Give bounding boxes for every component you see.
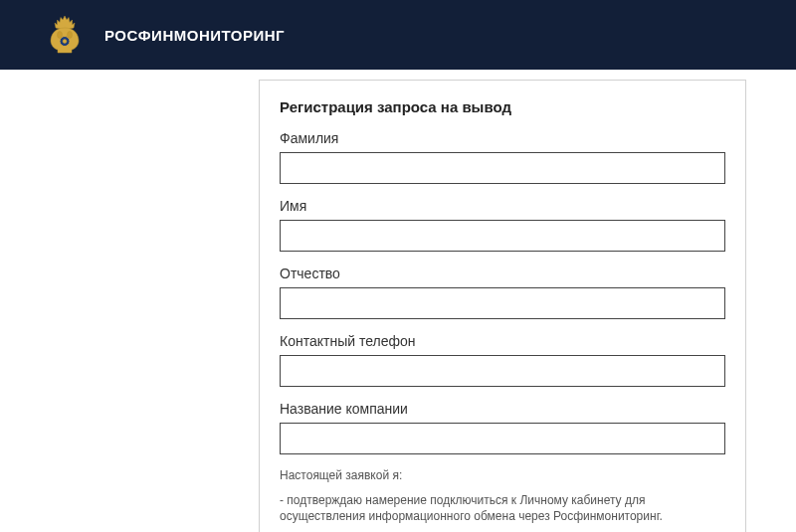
- company-input[interactable]: [280, 423, 725, 454]
- brand-text: РОСФИНМОНИТОРИНГ: [104, 27, 285, 44]
- company-label: Название компании: [280, 401, 725, 417]
- field-name: Имя: [280, 198, 725, 252]
- phone-input[interactable]: [280, 355, 725, 387]
- surname-input[interactable]: [280, 152, 725, 184]
- patronymic-label: Отчество: [280, 266, 725, 281]
- registration-form: Регистрация запроса на вывод Фамилия Имя…: [259, 80, 746, 532]
- name-input[interactable]: [280, 220, 725, 252]
- field-phone: Контактный телефон: [280, 333, 725, 387]
- coat-of-arms-icon: [40, 10, 90, 60]
- svg-point-3: [63, 40, 67, 44]
- header: РОСФИНМОНИТОРИНГ: [0, 0, 796, 70]
- field-company: Название компании: [280, 401, 725, 454]
- phone-label: Контактный телефон: [280, 333, 725, 349]
- surname-label: Фамилия: [280, 130, 725, 146]
- patronymic-input[interactable]: [280, 287, 725, 319]
- field-surname: Фамилия: [280, 130, 725, 184]
- form-title: Регистрация запроса на вывод: [280, 98, 725, 115]
- disclosure-lead: Настоящей заявкой я:: [280, 468, 725, 482]
- name-label: Имя: [280, 198, 725, 214]
- field-patronymic: Отчество: [280, 266, 725, 319]
- disclosure-text: - подтверждаю намерение подключиться к Л…: [280, 492, 725, 524]
